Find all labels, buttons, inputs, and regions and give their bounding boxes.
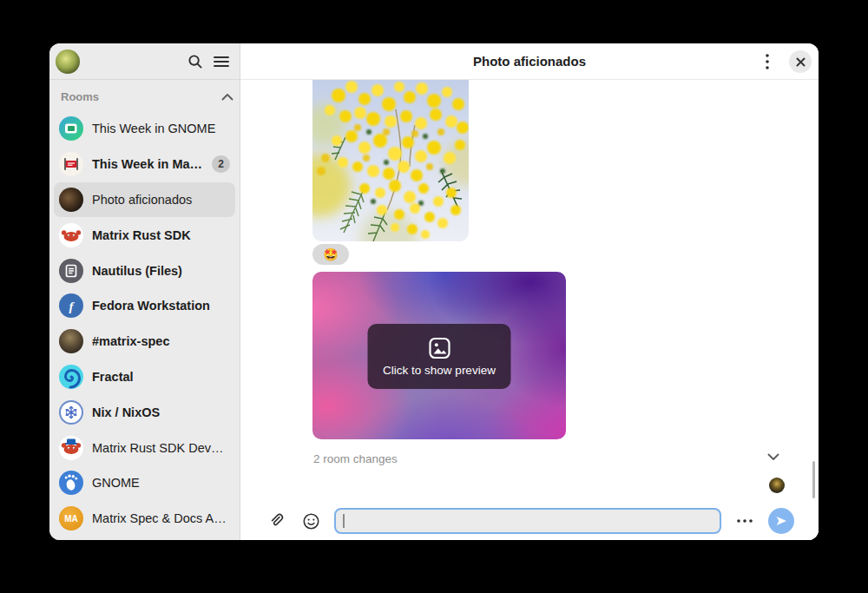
blurred-media-preview[interactable]: Click to show preview xyxy=(312,272,566,439)
rooms-section-label: Rooms xyxy=(61,90,99,103)
svg-text:f: f xyxy=(69,300,76,313)
paperclip-icon xyxy=(266,511,286,530)
fedora-icon: f xyxy=(59,293,83,318)
text-caret xyxy=(343,514,345,528)
room-title: Photo aficionados xyxy=(473,54,586,69)
room-item[interactable]: This Week in GNOME xyxy=(54,111,235,147)
room-item[interactable]: MAMatrix Spec & Docs Au… xyxy=(54,501,235,537)
chevron-up-icon xyxy=(221,93,233,101)
room-name: This Week in Mat… xyxy=(92,157,203,171)
room-list: This Week in GNOMEThis Week in Mat…2Phot… xyxy=(49,109,240,540)
camera-photo-avatar xyxy=(59,188,83,212)
expand-room-changes-button[interactable] xyxy=(766,450,781,464)
search-icon xyxy=(187,53,204,70)
rooms-section-header[interactable]: Rooms xyxy=(49,80,240,109)
room-item[interactable]: Matrix Rust SDK Devel… xyxy=(54,430,235,465)
message-input[interactable] xyxy=(334,508,721,534)
room-view: Photo aficionados xyxy=(240,43,819,540)
room-item[interactable]: Photo aficionados xyxy=(54,182,235,218)
app-window: Rooms This Week in GNOMEThis Week in Mat… xyxy=(49,43,819,540)
room-item[interactable]: GNOME xyxy=(54,465,235,501)
room-name: Photo aficionados xyxy=(92,193,230,207)
reaction-pill[interactable]: 🤩 xyxy=(312,244,349,265)
crab-icon xyxy=(59,223,83,247)
room-item[interactable]: #matrix-spec xyxy=(54,324,235,359)
read-receipt-avatar xyxy=(769,478,785,493)
room-item[interactable]: Nix / NixOS xyxy=(54,394,235,430)
user-account-button[interactable] xyxy=(55,49,81,75)
send-button[interactable] xyxy=(768,508,794,534)
user-avatar xyxy=(56,49,80,74)
initials-avatar: MA xyxy=(59,506,83,530)
image-icon xyxy=(428,337,450,359)
reaction-emoji: 🤩 xyxy=(323,248,338,260)
room-name: Nautilus (Files) xyxy=(92,264,230,278)
show-preview-button[interactable]: Click to show preview xyxy=(368,324,511,389)
unread-badge: 2 xyxy=(212,155,230,173)
preview-label: Click to show preview xyxy=(383,364,496,377)
room-item[interactable]: Nautilus (Files) xyxy=(54,253,235,288)
room-name: Fractal xyxy=(92,370,230,384)
room-item[interactable]: fFedora Workstation xyxy=(54,288,235,324)
sidebar-header xyxy=(49,43,240,80)
twim-banner-icon xyxy=(59,152,83,176)
room-name: Matrix Rust SDK xyxy=(92,228,230,242)
hamburger-menu-icon xyxy=(214,56,229,68)
crab-hat-icon xyxy=(59,436,83,460)
room-header: Photo aficionados xyxy=(240,43,819,80)
spiral-icon xyxy=(59,365,83,389)
main-menu-button[interactable] xyxy=(210,50,233,73)
room-changes-label: 2 room changes xyxy=(313,452,398,465)
chevron-down-icon xyxy=(767,453,779,461)
kebab-menu-icon xyxy=(766,54,769,69)
room-item[interactable]: Fractal xyxy=(54,359,235,395)
snowflake-icon xyxy=(59,400,83,425)
message-timeline: 🤩 Click to show preview 2 room changes xyxy=(240,80,819,502)
room-menu-button[interactable] xyxy=(756,50,779,73)
gnome-foot-icon xyxy=(59,471,83,495)
room-item[interactable]: Matrix Rust SDK xyxy=(54,217,235,253)
search-button[interactable] xyxy=(184,50,207,73)
room-name: Matrix Rust SDK Devel… xyxy=(92,441,230,455)
message-composer xyxy=(240,502,819,540)
room-name: This Week in GNOME xyxy=(92,122,230,135)
emoji-button[interactable] xyxy=(299,510,322,532)
close-button[interactable] xyxy=(789,50,812,73)
file-icon xyxy=(59,259,83,283)
image-message[interactable] xyxy=(312,80,469,241)
room-name: Matrix Spec & Docs Au… xyxy=(92,511,230,525)
smiley-icon xyxy=(302,512,320,530)
room-changes-row: 2 room changes xyxy=(313,451,398,466)
room-name: #matrix-spec xyxy=(92,334,230,348)
window-copy-icon xyxy=(59,116,83,141)
room-name: GNOME xyxy=(92,476,230,490)
mimosa-photo xyxy=(312,80,469,241)
attach-file-button[interactable] xyxy=(265,510,287,532)
scrollbar-thumb[interactable] xyxy=(812,461,816,498)
ellipsis-icon xyxy=(737,519,753,523)
person-photo-avatar xyxy=(59,329,83,353)
room-item[interactable]: This Week in Mat…2 xyxy=(54,147,235,182)
close-icon xyxy=(796,57,806,67)
more-options-button[interactable] xyxy=(733,510,756,532)
send-icon xyxy=(774,514,788,528)
room-name: Fedora Workstation xyxy=(92,299,230,313)
room-name: Nix / NixOS xyxy=(92,405,230,419)
sidebar: Rooms This Week in GNOMEThis Week in Mat… xyxy=(49,43,240,540)
